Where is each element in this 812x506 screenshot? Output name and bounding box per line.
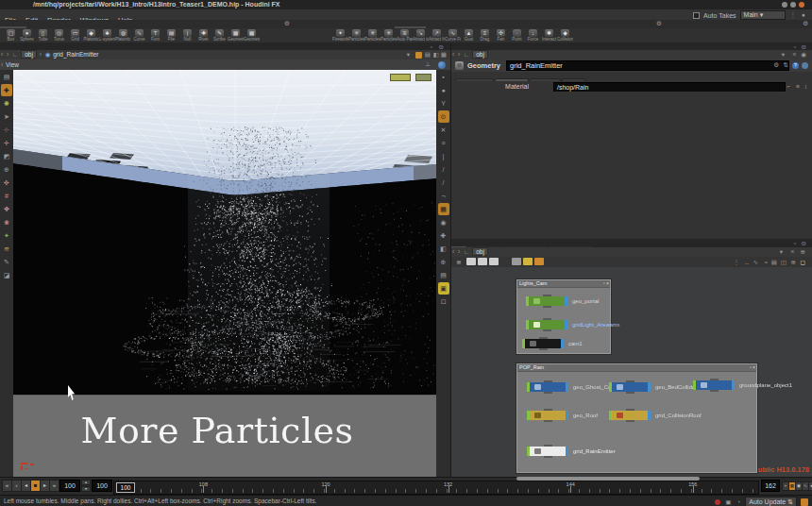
tool-box[interactable]: ▢Box xyxy=(3,28,19,42)
net-view-tool-3-icon[interactable]: ≈ xyxy=(763,258,769,267)
path-root-chip[interactable]: obj xyxy=(21,50,37,59)
net-tool-6-icon[interactable] xyxy=(523,258,533,265)
layout-icon[interactable]: ▤ xyxy=(1,71,12,83)
ruler-b-icon[interactable]: / xyxy=(438,177,449,189)
shelf-gear-icon-2[interactable]: ⚙ xyxy=(655,19,663,28)
ptool-attract-to-[interactable]: ↘Attract to... xyxy=(413,28,429,42)
cache-icon[interactable] xyxy=(801,498,808,506)
network-box-pop_rain[interactable]: POP_Rain▫ ×geo_Ghost_Collisiongeo_BedCol… xyxy=(516,363,757,473)
node-grid_collisionroof[interactable] xyxy=(609,411,651,420)
minimize-button-icon[interactable] xyxy=(782,2,787,8)
node-name-field[interactable]: grid_RainEmitter xyxy=(506,60,789,71)
display-options-icon[interactable]: ▤ xyxy=(438,269,449,281)
net-view-tool-0-icon[interactable]: ⋮ xyxy=(733,258,741,267)
range-up-icon[interactable]: ▴ xyxy=(81,480,91,485)
display-flag-icon[interactable] xyxy=(732,380,735,390)
node-geo_ghost_collision[interactable] xyxy=(527,382,568,392)
net-view-tool-4-icon[interactable]: ▤ xyxy=(770,258,778,267)
frame-ruler[interactable]: 100 108120132144156 xyxy=(113,481,759,495)
param-history-icon[interactable]: « xyxy=(791,50,797,59)
net-search-icon[interactable]: ⊕ xyxy=(800,247,806,257)
shade-icon[interactable]: ◧ xyxy=(438,243,449,255)
path-dropdown-icon[interactable]: ▾ xyxy=(406,50,411,59)
path-back-icon[interactable]: ‹ xyxy=(0,50,4,59)
display-flag-icon[interactable] xyxy=(566,382,568,392)
ptool-particles-fr-[interactable]: ✳Particles fr... xyxy=(348,28,364,42)
display-flag-icon[interactable] xyxy=(565,320,567,329)
take-selector[interactable]: Main ▾ xyxy=(740,10,786,20)
net-tool-5-icon[interactable] xyxy=(512,258,521,265)
auto-takes-checkbox[interactable] xyxy=(693,12,700,19)
ptool-drag[interactable]: ≡Drag xyxy=(477,28,493,42)
ptool-gust[interactable]: ▲Gust xyxy=(461,28,477,42)
net-up-icon[interactable]: ∟ xyxy=(463,247,470,257)
record-dot-icon[interactable] xyxy=(715,499,720,505)
param-expand-icon[interactable]: ↕ xyxy=(804,82,808,92)
tool-platonic-so-[interactable]: ◍Platonic So... xyxy=(115,28,131,42)
ptool-force[interactable]: ↓Force xyxy=(525,28,541,42)
lighting-icon[interactable]: ◉ xyxy=(438,216,449,228)
display-flag-icon[interactable] xyxy=(648,382,651,392)
pose-icon[interactable]: ⊕ xyxy=(1,163,12,176)
shelf-gear-icon[interactable]: ⚙ xyxy=(283,19,291,28)
node-geo_roof[interactable] xyxy=(527,411,568,420)
help-circle-icon[interactable]: ? xyxy=(792,62,799,69)
ptool-auto-parco-[interactable]: ≋Auto Parco... xyxy=(397,28,413,42)
tool-grid[interactable]: ▭Grid xyxy=(67,28,83,42)
view-mode-icon[interactable]: ▪ xyxy=(438,71,449,83)
net-back-icon[interactable]: ‹ xyxy=(451,247,455,257)
node-body[interactable] xyxy=(525,339,561,348)
display-flag-icon[interactable] xyxy=(566,447,568,456)
ptool-attract-fro-[interactable]: ↗Attract fro... xyxy=(429,28,445,42)
net-view-tool-2-icon[interactable]: ∿ xyxy=(753,258,759,267)
net-tool-1-icon[interactable] xyxy=(466,258,476,265)
node-body[interactable] xyxy=(612,411,648,420)
close-button-icon[interactable] xyxy=(799,2,804,8)
render-view-icon[interactable]: □ xyxy=(438,295,449,308)
display-flag-icon[interactable] xyxy=(648,411,651,420)
divider-icon[interactable]: | xyxy=(438,150,449,162)
construction-plane-icon[interactable]: ▦ xyxy=(438,203,449,215)
frame-end-field[interactable]: 162 xyxy=(761,480,780,492)
scene-viewport[interactable]: More Particles xyxy=(13,70,436,477)
path-forward-icon[interactable]: › xyxy=(6,50,9,59)
scale-icon[interactable]: ◩ xyxy=(1,150,12,162)
node-body[interactable] xyxy=(529,296,565,306)
tool-rivet[interactable]: ✚Rivet xyxy=(195,28,211,42)
network-box-controls-icon[interactable]: ▫ × xyxy=(750,364,755,370)
step-forward-button[interactable]: » xyxy=(49,480,59,492)
view-highlight-icon[interactable]: ✚ xyxy=(1,84,12,96)
flipbook-icon[interactable]: ▤ xyxy=(424,50,431,59)
view-grab-icon[interactable]: ⊙ xyxy=(438,110,449,123)
network-editor[interactable]: Non-Public H13.0.178 Lights_Cam▫ ×geo_po… xyxy=(451,267,812,477)
net-tool-3-icon[interactable] xyxy=(489,258,499,265)
net-view-tool-5-icon[interactable]: ◫ xyxy=(780,258,787,267)
tool-sphere[interactable]: ●Sphere xyxy=(19,28,35,42)
add-view-icon[interactable]: ✚ xyxy=(438,229,449,242)
param-up-icon[interactable]: ∟ xyxy=(463,50,470,59)
expand-icon[interactable]: ⊕ xyxy=(438,256,449,268)
display-flag-icon[interactable] xyxy=(561,339,564,348)
param-pin-icon[interactable]: ◉ xyxy=(800,50,807,59)
node-body[interactable] xyxy=(530,447,566,456)
display-icon[interactable]: ◪ xyxy=(1,269,12,281)
node-gridlight_areawrm[interactable] xyxy=(526,320,567,329)
paint-icon[interactable]: ✜ xyxy=(1,177,12,189)
snapshot-icon[interactable] xyxy=(415,52,422,59)
ptool-fireworks[interactable]: ✦Fireworks xyxy=(332,28,348,42)
sculpt-icon[interactable]: # xyxy=(1,190,12,202)
rotate-icon[interactable]: ✛ xyxy=(1,137,12,149)
ruler-a-icon[interactable]: / xyxy=(438,163,449,176)
tool-platonic[interactable]: ◆Platonic xyxy=(83,28,99,42)
cache-display-icon[interactable]: ▣ xyxy=(438,282,449,295)
shelf-gear-icon-3[interactable]: ⚙ xyxy=(802,19,809,28)
path-up-icon[interactable]: ∟ xyxy=(11,50,19,59)
param-back-icon[interactable]: ‹ xyxy=(451,50,455,59)
comment-circle-icon[interactable] xyxy=(802,62,808,69)
maximize-button-icon[interactable] xyxy=(790,2,796,8)
tool-file[interactable]: ▤File xyxy=(163,28,179,42)
net-tool-7-icon[interactable] xyxy=(534,258,544,265)
node-geo_portal[interactable] xyxy=(526,296,567,306)
comb-icon[interactable]: ✤ xyxy=(1,203,12,215)
display-flag-icon[interactable] xyxy=(565,296,567,306)
